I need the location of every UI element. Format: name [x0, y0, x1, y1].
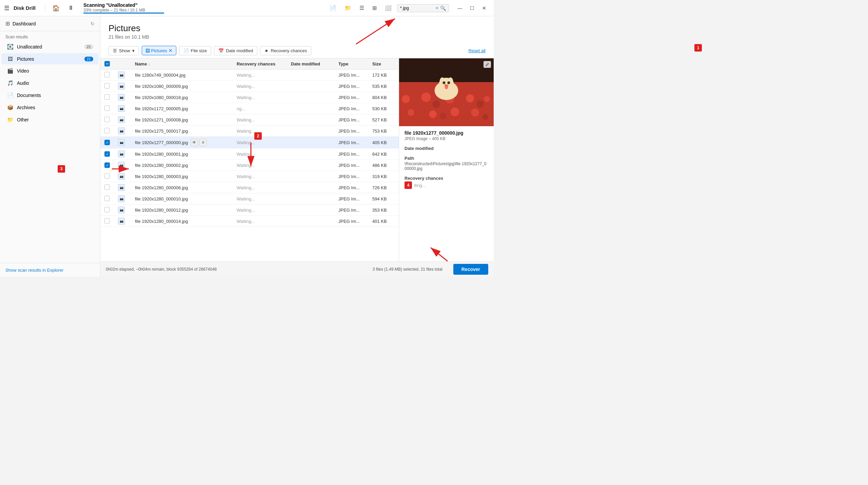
scanning-subtitle: 33% complete – 21 files / 10.1 MB: [83, 8, 320, 13]
svg-point-27: [436, 90, 444, 95]
maximize-button[interactable]: ☐: [467, 3, 477, 14]
row-actions: 👁#: [191, 139, 207, 146]
pause-button[interactable]: ⏸: [65, 2, 77, 14]
filesize-label: File size: [191, 48, 207, 53]
info-action-btn[interactable]: #: [199, 139, 207, 146]
sidebar-item-archives[interactable]: 📦 Archives: [1, 102, 99, 113]
row-checkbox[interactable]: [104, 185, 110, 190]
row-checkbox[interactable]: ✓: [104, 151, 110, 157]
file-table: − Name ↓ Recovery chances Date modified …: [100, 58, 399, 227]
table-row[interactable]: 📷file 1920x1280_000006.jpgWaiting...JPEG…: [100, 182, 399, 193]
svg-point-8: [466, 94, 474, 102]
date-cell: [287, 137, 334, 149]
recovery-cell: Waiting...: [233, 149, 287, 160]
documents-label: Documents: [17, 93, 93, 98]
table-row[interactable]: 📷file 1920x1271_000008.jpgWaiting...JPEG…: [100, 114, 399, 125]
table-row[interactable]: 📷file 1920x1280_000012.jpgWaiting...JPEG…: [100, 205, 399, 216]
table-row[interactable]: 📷file 1920x1280_000014.jpgWaiting...JPEG…: [100, 216, 399, 227]
date-icon: 📅: [218, 48, 224, 53]
panel-view-btn[interactable]: ⬜: [382, 3, 394, 13]
type-cell: JPEG Im...: [334, 149, 368, 160]
row-checkbox[interactable]: ✓: [104, 140, 110, 145]
search-clear-icon[interactable]: ✕: [435, 6, 439, 11]
recovery-cell: Waiting...: [233, 193, 287, 205]
recovery-filter-button[interactable]: ★ Recovery chances: [260, 46, 311, 55]
file-name-cell: file 1920x1275_000017.jpg: [131, 125, 233, 137]
row-checkbox[interactable]: [104, 72, 110, 77]
home-button[interactable]: 🏠: [50, 2, 62, 14]
table-row[interactable]: 📷file 1920x1080_000018.jpgWaiting...JPEG…: [100, 92, 399, 103]
active-filter-tag[interactable]: 🖼 Pictures ✕: [142, 46, 176, 55]
menu-icon[interactable]: ☰: [4, 4, 9, 12]
close-button[interactable]: ✕: [479, 3, 490, 14]
sidebar-item-documents[interactable]: 📄 Documents: [1, 90, 99, 101]
table-row[interactable]: 📷file 1920x1172_000005.jpgng...JPEG Im..…: [100, 103, 399, 114]
date-cell: [287, 114, 334, 125]
file-icon-btn[interactable]: 📄: [327, 3, 339, 13]
table-row[interactable]: 📷file 1920x1280_000010.jpgWaiting...JPEG…: [100, 193, 399, 205]
expand-preview-button[interactable]: ⤢: [484, 61, 491, 68]
statusbar: 0h02m elapsed, ~0h04m remain, block 9355…: [100, 261, 494, 277]
archives-icon: 📦: [7, 104, 14, 111]
show-filter-button[interactable]: ☰ Show ▾: [108, 46, 139, 55]
sidebar-item-audio[interactable]: 🎵 Audio: [1, 77, 99, 89]
date-cell: [287, 81, 334, 92]
file-type-icon: 📷: [118, 195, 125, 202]
row-checkbox[interactable]: [104, 218, 110, 224]
recovery-value: Waiting...: [237, 140, 255, 145]
sidebar-item-unallocated[interactable]: 💽 Unallocated 21: [1, 41, 99, 53]
row-checkbox[interactable]: [104, 83, 110, 89]
header-size[interactable]: Size: [368, 58, 399, 70]
row-checkbox[interactable]: [104, 94, 110, 100]
row-checkbox[interactable]: [104, 173, 110, 179]
header-type[interactable]: Type: [334, 58, 368, 70]
select-all-checkbox[interactable]: −: [104, 61, 110, 66]
preview-action-btn[interactable]: 👁: [191, 139, 198, 146]
grid-view-btn[interactable]: ⊞: [370, 3, 379, 13]
table-row[interactable]: ✓📷file 1920x1280_000001.jpgWaiting...JPE…: [100, 149, 399, 160]
search-input[interactable]: [400, 5, 434, 11]
sidebar-item-video[interactable]: 🎬 Video: [1, 65, 99, 77]
row-checkbox[interactable]: [104, 196, 110, 201]
unallocated-count: 21: [84, 44, 93, 49]
dashboard-item[interactable]: ⊞ Dashboard ↻: [0, 16, 100, 31]
row-checkbox[interactable]: [104, 117, 110, 122]
header-name[interactable]: Name ↓: [131, 58, 233, 70]
row-checkbox[interactable]: ✓: [104, 162, 110, 168]
row-checkbox[interactable]: [104, 128, 110, 133]
pictures-label: Pictures: [17, 56, 81, 62]
table-row[interactable]: 📷file 1280x749_000004.jpgWaiting...JPEG …: [100, 70, 399, 81]
header-recovery[interactable]: Recovery chances: [233, 58, 287, 70]
header-checkbox-col[interactable]: −: [100, 58, 114, 70]
row-checkbox[interactable]: [104, 105, 110, 111]
table-row[interactable]: ✓📷file 1920x1280_000002.jpgWaiting...JPE…: [100, 160, 399, 171]
file-type-icon: 📷: [118, 105, 125, 112]
file-table-wrap: − Name ↓ Recovery chances Date modified …: [100, 58, 399, 261]
table-row[interactable]: ✓📷file 1920x1277_000000.jpg👁#Waiting...J…: [100, 137, 399, 149]
table-row[interactable]: 📷file 1920x1080_000009.jpgWaiting...JPEG…: [100, 81, 399, 92]
path-value: \Reconstructed\Pictures\jpg\file 1920x12…: [405, 161, 488, 171]
page-title: Pictures: [108, 23, 486, 34]
filter-close-icon[interactable]: ✕: [169, 48, 173, 53]
svg-point-9: [476, 100, 484, 108]
reset-all-button[interactable]: Reset all: [468, 48, 486, 53]
recover-button[interactable]: Recover: [453, 264, 488, 275]
row-checkbox[interactable]: [104, 207, 110, 212]
date-filter-button[interactable]: 📅 Date modified: [214, 46, 257, 55]
sidebar-item-other[interactable]: 📁 Other: [1, 114, 99, 125]
sidebar-item-pictures[interactable]: 🖼 Pictures 21: [1, 53, 99, 64]
svg-point-10: [484, 96, 490, 102]
file-name: file 1920x1280_000010.jpg: [135, 196, 188, 201]
list-view-btn[interactable]: ☰: [357, 3, 367, 13]
recovery-value: Waiting...: [237, 185, 255, 190]
date-modified-label: Date modified: [405, 146, 488, 151]
filesize-filter-button[interactable]: 📄 File size: [179, 46, 212, 55]
show-results-button[interactable]: Show scan results in Explorer: [5, 268, 95, 273]
date-cell: [287, 92, 334, 103]
svg-point-18: [482, 114, 488, 120]
table-row[interactable]: 📷file 1920x1275_000017.jpgWaiting...JPEG…: [100, 125, 399, 137]
minimize-button[interactable]: —: [454, 3, 465, 14]
header-date[interactable]: Date modified: [287, 58, 334, 70]
table-row[interactable]: 📷file 1920x1280_000003.jpgWaiting...JPEG…: [100, 171, 399, 182]
folder-icon-btn[interactable]: 📁: [342, 3, 354, 13]
